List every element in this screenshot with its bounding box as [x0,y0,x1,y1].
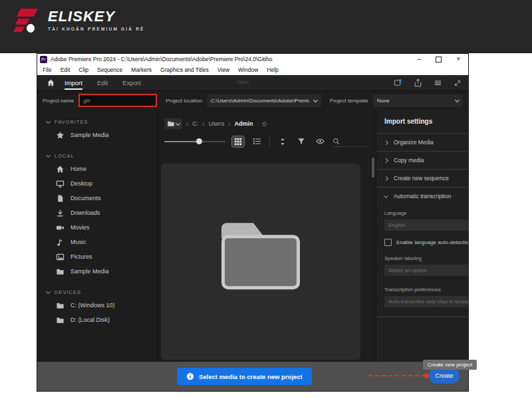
notice-label: Select media to create new project [199,373,303,380]
sidebar-item-drive-c[interactable]: C: (Windows 10) [37,298,157,313]
brand-tagline: TÀI KHOẢN PREMIUM GIÁ RẺ [48,27,145,31]
sidebar-item-pictures[interactable]: Pictures [37,249,157,264]
sidebar-item-sample-media-favorite[interactable]: Sample Media [37,128,157,142]
tab-import[interactable]: Import [65,75,82,90]
music-icon [56,238,65,247]
project-name-label: Project name [43,98,74,104]
breadcrumb-segment-users[interactable]: Users [209,120,225,127]
sidebar-item-downloads[interactable]: Downloads [37,205,157,220]
toolbar-divider [269,137,270,146]
sidebar-item-drive-d[interactable]: D: (Local Disk) [37,313,157,327]
menu-edit[interactable]: Edit [61,66,70,73]
brand-band: ELISKEY TÀI KHOẢN PREMIUM GIÁ RẺ [0,0,532,53]
section-automatic-transcription[interactable]: Automatic transcription [376,188,468,205]
menu-clip[interactable]: Clip [78,66,88,73]
share-icon[interactable] [414,78,422,87]
menu-icon[interactable] [434,78,442,87]
grid-view-button[interactable] [232,136,244,147]
filter-button[interactable] [295,136,307,147]
create-tooltip: Create new project [423,360,477,370]
scrollbar[interactable] [372,158,374,178]
sidebar-section-local[interactable]: LOCAL [37,150,157,162]
sidebar-item-sample-media[interactable]: Sample Media [37,264,157,279]
section-label: Organize Media [394,139,434,146]
project-name-input[interactable]: gih [78,94,157,107]
select-media-notice-button[interactable]: Select media to create new project [177,368,312,385]
sidebar-item-label: Pictures [70,253,92,260]
empty-folder-card[interactable] [161,164,360,360]
breadcrumb: › C: › Users › Admin ☆ [158,110,376,132]
create-button[interactable]: Create [429,368,460,384]
slider-thumb[interactable] [196,138,202,144]
menu-sequence[interactable]: Sequence [97,66,122,73]
speaker-labeling-dropdown[interactable]: Select an option [384,265,468,276]
project-location-dropdown[interactable]: C:\Users\Admin\Documents\Adobe\Premi... [207,94,321,107]
folder-icon [167,120,175,128]
sidebar-item-label: C: (Windows 10) [70,302,115,309]
section-label: Automatic transcription [394,193,451,200]
close-button[interactable]: × [456,56,460,63]
sidebar-section-title: DEVICES [55,289,81,295]
thumbnail-size-slider[interactable] [164,138,225,145]
menu-markers[interactable]: Markers [131,66,152,73]
section-create-new-sequence[interactable]: Create new sequence [376,170,468,188]
breadcrumb-segment-admin[interactable]: Admin [235,120,253,127]
browser-toolbar [158,132,376,151]
minimize-button[interactable]: – [418,56,422,63]
menu-window[interactable]: Window [238,66,258,73]
home-icon [56,165,65,174]
sort-button[interactable] [277,136,289,147]
search-input[interactable] [332,136,366,147]
fullscreen-icon[interactable] [454,79,462,87]
sidebar-item-movies[interactable]: Movies [37,220,157,235]
sidebar-section-devices[interactable]: DEVICES [37,287,157,298]
menu-view[interactable]: View [217,66,229,73]
preview-toggle-button[interactable] [314,136,326,147]
transcription-settings: Language English Enable language auto-de… [376,205,468,317]
section-copy-media[interactable]: Copy media [376,152,468,170]
section-organize-media[interactable]: Organize Media [376,134,468,152]
menu-graphics-and-titles[interactable]: Graphics and Titles [160,66,209,73]
auto-detect-row[interactable]: Enable language auto-detection [384,239,468,246]
maximize-button[interactable] [436,57,442,63]
chevron-right-icon [384,176,388,180]
tab-edit[interactable]: Edit [97,75,108,90]
sidebar-item-music[interactable]: Music [37,235,157,249]
tab-export[interactable]: Export [122,75,140,90]
language-dropdown[interactable]: English [384,219,468,231]
chevron-down-icon [46,153,51,158]
sidebar-section-favorites[interactable]: FAVORITES [37,116,157,128]
sidebar-item-label: Music [70,239,86,245]
workspace-icon[interactable] [394,78,402,87]
sidebar-item-home[interactable]: Home [37,162,157,176]
sidebar-section-title: LOCAL [55,153,74,159]
home-icon[interactable] [47,78,55,87]
sidebar-item-label: D: (Local Disk) [70,317,110,323]
premiere-app-icon: Pr [40,56,47,63]
import-settings-panel: Import settings Organize Media Copy medi… [376,110,468,362]
project-template-dropdown[interactable]: None [373,94,463,107]
transcription-preferences-dropdown[interactable]: Auto-transcribe only clips in seque [384,296,468,307]
brand-logo: ELISKEY TÀI KHOẢN PREMIUM GIÁ RẺ [15,7,145,33]
breadcrumb-separator: › [202,120,204,128]
sidebar-item-documents[interactable]: Documents [37,191,157,205]
footer-bar: Select media to create new project Creat… [37,362,468,391]
section-label: Copy media [394,157,424,164]
menu-file[interactable]: File [43,66,52,73]
media-browser: › C: › Users › Admin ☆ [157,110,376,362]
annotation-arrow [368,375,426,376]
watermark-text: Gitiho [237,80,249,84]
locations-sidebar: FAVORITES Sample Media LOCAL Home [37,110,157,362]
document-icon [56,194,65,203]
list-view-button[interactable] [251,136,263,147]
folder-dropdown-button[interactable] [164,118,182,129]
premiere-window: Pr Adobe Premiere Pro 2024 - C:\Users\Ad… [37,53,469,392]
breadcrumb-segment-c[interactable]: C: [192,120,198,127]
sidebar-item-desktop[interactable]: Desktop [37,176,157,191]
auto-detect-checkbox[interactable] [384,239,392,246]
sidebar-item-label: Sample Media [70,132,109,138]
menu-help[interactable]: Help [267,66,278,73]
folder-icon [221,232,300,289]
favorite-star-icon[interactable]: ☆ [261,120,268,128]
chevron-down-icon [176,120,180,125]
